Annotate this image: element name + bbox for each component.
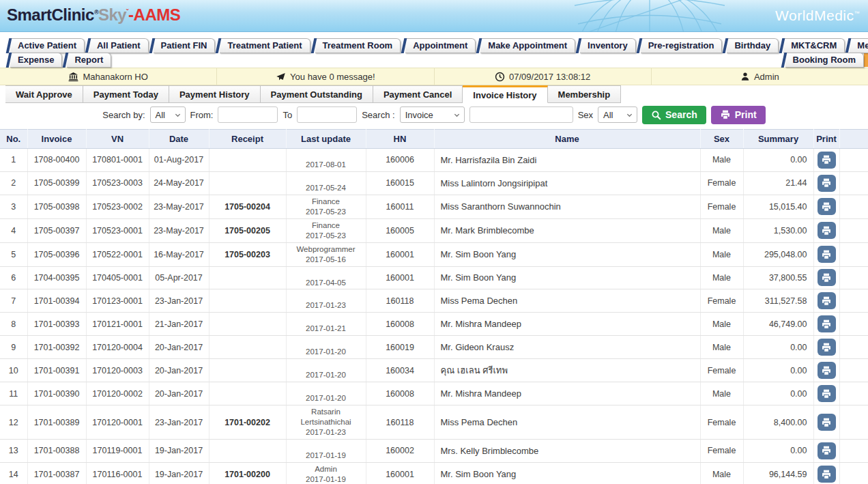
table-row: 14 1701-00387 170116-0001 19-Jan-2017 17… (0, 462, 868, 484)
message-text: You have 0 message! (290, 72, 375, 82)
nav-tab[interactable]: Medical Guide (850, 38, 868, 53)
col-last-update: Last update (286, 130, 366, 149)
cell-print (813, 266, 839, 289)
search-button-label: Search (665, 109, 697, 120)
print-toolbar-button[interactable]: Print (711, 106, 766, 124)
table-row: 9 1701-00392 170120-0004 20-Jan-2017 201… (0, 336, 868, 359)
cell-patient-name: Mr. Mark Brimblecombe (434, 218, 700, 242)
search-text-input[interactable] (469, 106, 573, 123)
table-row: 1 1708-00400 170801-0001 01-Aug-2017 201… (0, 149, 868, 172)
cell-sex: Female (700, 439, 743, 462)
cell-hn: 160008 (366, 313, 434, 336)
cell-no: 10 (0, 359, 27, 382)
cell-patient-name: Miss Pema Dechen (434, 405, 700, 440)
cell-hn: 160001 (366, 462, 434, 484)
payment-subtabs: Wait ApprovePayment TodayPayment History… (0, 85, 868, 103)
cell-print (813, 382, 839, 405)
subtab[interactable]: Payment Cancel (373, 85, 463, 103)
cell-last-update: 2017-01-21 (286, 313, 366, 336)
nav-tab[interactable]: Treatment Room (315, 38, 401, 53)
cell-receipt (209, 336, 286, 359)
nav-tab[interactable]: Expense (10, 53, 62, 68)
row-print-button[interactable] (818, 198, 836, 215)
last-update-date: 2017-08-01 (289, 160, 363, 170)
nav-group-left-1: Active PatientAll PatientPatient FINTrea… (5, 38, 636, 53)
cell-no: 5 (0, 242, 27, 266)
row-print-button[interactable] (818, 292, 836, 309)
cell-spacer (839, 462, 868, 484)
nav-tab[interactable]: MKT&CRM (783, 38, 845, 53)
subtab[interactable]: Payment Outstanding (261, 85, 373, 103)
row-print-button[interactable] (818, 246, 836, 263)
nav-tab[interactable]: Appointment (405, 38, 476, 53)
row-print-button[interactable] (818, 315, 836, 332)
cell-no: 3 (0, 195, 27, 218)
subtab[interactable]: Wait Approve (5, 85, 83, 103)
row-print-button[interactable] (818, 414, 836, 431)
nav-tab[interactable]: Active Patient (10, 38, 85, 53)
cell-hn: 160118 (366, 405, 434, 440)
printer-icon (821, 272, 832, 283)
col-date: Date (149, 130, 209, 149)
search-button[interactable]: Search (642, 106, 706, 124)
cell-last-update: Finance 2017-05-23 (286, 195, 366, 218)
cell-sex: Female (700, 195, 743, 218)
date-to-input[interactable] (297, 106, 357, 123)
nav-tab[interactable]: Report (67, 53, 111, 68)
last-update-by (289, 291, 363, 300)
cell-sex: Male (700, 218, 743, 242)
subtab[interactable]: Payment History (169, 85, 261, 103)
cell-hn: 160001 (366, 266, 434, 289)
row-print-button[interactable] (818, 362, 836, 379)
cell-patient-name: Mr. Mishra Mandeep (434, 313, 700, 336)
row-print-button[interactable] (818, 152, 836, 169)
subtab[interactable]: Membership (548, 85, 622, 103)
cell-no: 14 (0, 462, 27, 484)
row-print-button[interactable] (818, 222, 836, 239)
nav-tab[interactable]: Treatment Patient (220, 38, 310, 53)
last-update-date: 2017-04-05 (289, 278, 363, 288)
cell-receipt (209, 149, 286, 172)
search-field-label: Search : (362, 110, 394, 120)
cell-summary: 311,527.58 (743, 289, 813, 313)
row-print-button[interactable] (818, 269, 836, 286)
nav-tab[interactable]: All Patient (89, 38, 149, 53)
chevron-down-icon (174, 111, 182, 119)
subtab[interactable]: Payment Today (83, 85, 169, 103)
app-header: SmartClinic®Sky˘-AAMS WorldMedic™ (0, 0, 868, 32)
nav-tab[interactable]: Patient FIN (154, 38, 216, 53)
cell-patient-name: Miss Lalintorn Jongsiripipat (434, 171, 700, 195)
cell-summary: 295,048.00 (743, 242, 813, 266)
nav-tab[interactable]: Make Appointment (480, 38, 575, 53)
subtab[interactable]: Invoice History (463, 85, 547, 103)
row-print-button[interactable] (818, 175, 836, 192)
search-field-select[interactable]: Invoice (400, 106, 465, 123)
search-by-select[interactable]: All (150, 106, 186, 123)
row-print-button[interactable] (818, 466, 836, 483)
table-row: 11 1701-00390 170120-0002 20-Jan-2017 20… (0, 382, 868, 405)
cell-summary: 0.00 (743, 382, 813, 405)
cell-print (813, 289, 839, 313)
printer-icon (821, 225, 832, 236)
row-print-button[interactable] (818, 339, 836, 356)
cell-receipt (209, 382, 286, 405)
cell-patient-name: Mr. Harrisfazila Bin Zaidi (434, 149, 700, 172)
nav-tab[interactable]: Booking Room (785, 53, 864, 68)
nav-tab[interactable]: Pre-registration (641, 38, 723, 53)
nav-tab[interactable]: Birthday (727, 38, 779, 53)
row-print-button[interactable] (818, 385, 836, 402)
cell-spacer (839, 382, 868, 405)
date-from-input[interactable] (218, 106, 278, 123)
printer-icon (821, 388, 832, 399)
cell-no: 7 (0, 289, 27, 313)
search-by-label: Search by: (102, 110, 145, 120)
sex-select[interactable]: All (598, 106, 637, 123)
nav-group-right-1: Pre-registrationBirthdayMKT&CRMMedical G… (636, 38, 868, 53)
cell-hn: 160006 (366, 149, 434, 172)
printer-icon (821, 365, 832, 376)
worldmedic-logo: WorldMedic™ (775, 8, 860, 24)
row-print-button[interactable] (818, 442, 836, 459)
nav-tab[interactable]: Inventory (580, 38, 636, 53)
cell-date: 16-May-2017 (149, 242, 209, 266)
nav-group-left-2: ExpenseReport (5, 53, 111, 68)
